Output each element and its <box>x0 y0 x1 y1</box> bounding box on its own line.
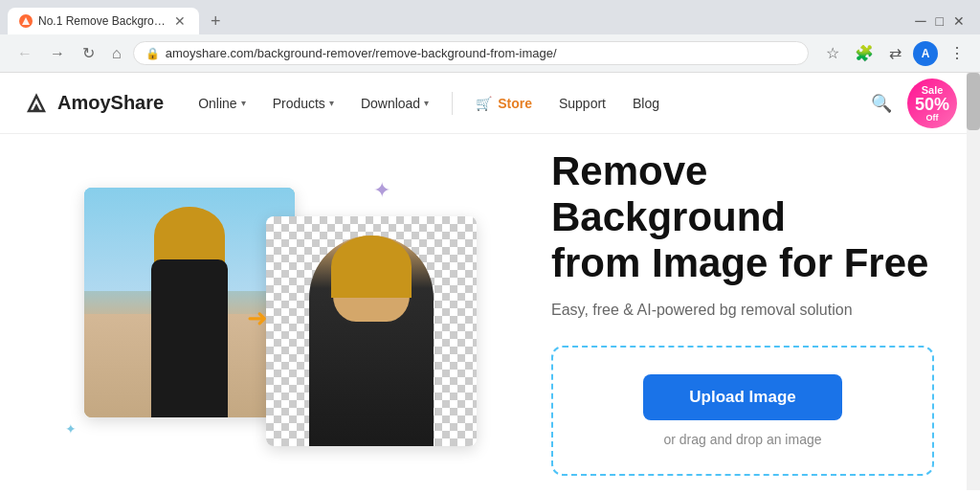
profile-sync-button[interactable]: ⇄ <box>885 40 905 66</box>
profile-button[interactable]: A <box>913 41 938 66</box>
nav-menu: Online ▾ Products ▾ Download ▾ 🛒 Store S… <box>187 88 856 119</box>
reload-button[interactable]: ↻ <box>77 40 100 66</box>
cart-icon: 🛒 <box>476 96 492 111</box>
logo-text: AmoyShare <box>57 92 164 114</box>
menu-button[interactable]: ⋮ <box>946 40 969 66</box>
sale-text: Sale <box>922 84 944 96</box>
bookmark-star-button[interactable]: ☆ <box>822 40 843 66</box>
subheadline: Easy, free & AI-powered bg removal solut… <box>551 302 934 319</box>
upload-drop-zone[interactable]: Upload Image or drag and drop an image <box>551 346 934 476</box>
sale-badge[interactable]: Sale 50% Off <box>907 79 957 128</box>
back-button[interactable]: ← <box>11 41 38 66</box>
svg-marker-0 <box>22 17 30 25</box>
sparkle-top-icon: ✦ <box>373 178 390 203</box>
products-chevron-icon: ▾ <box>329 98 334 108</box>
address-bar[interactable]: 🔒 amoyshare.com/background-remover/remov… <box>133 41 809 65</box>
address-text: amoyshare.com/background-remover/remove-… <box>166 46 796 60</box>
nav-support[interactable]: Support <box>547 88 617 119</box>
main-content: ✦ ➜ ✦ Remove Background from Ima <box>0 134 980 490</box>
minimize-button[interactable]: ─ <box>915 12 925 30</box>
scrollbar[interactable] <box>967 73 980 490</box>
sale-percent: 50% <box>915 96 949 113</box>
tab-title: No.1 Remove Background from... <box>38 14 167 28</box>
forward-button[interactable]: → <box>44 41 71 66</box>
home-button[interactable]: ⌂ <box>106 41 127 66</box>
sparkle-bottom-icon: ✦ <box>65 421 77 437</box>
nav-store[interactable]: 🛒 Store <box>464 88 544 119</box>
demo-area: ✦ ➜ ✦ <box>46 168 505 456</box>
headline: Remove Background from Image for Free <box>551 148 934 287</box>
online-chevron-icon: ▾ <box>241 98 246 108</box>
website: AmoyShare Online ▾ Products ▾ Download ▾… <box>0 73 980 490</box>
drag-hint: or drag and drop an image <box>664 432 822 447</box>
close-window-button[interactable]: ✕ <box>953 13 965 29</box>
checker-background <box>266 216 477 446</box>
browser-chrome: No.1 Remove Background from... ✕ + ─ □ ✕… <box>0 0 980 73</box>
cta-area: Remove Background from Image for Free Ea… <box>551 148 934 477</box>
logo-icon <box>23 90 50 117</box>
new-tab-button[interactable]: + <box>203 10 229 34</box>
nav-download[interactable]: Download ▾ <box>349 88 440 119</box>
download-chevron-icon: ▾ <box>424 98 429 108</box>
sale-off: Off <box>926 113 939 123</box>
person-cutout <box>309 236 434 446</box>
nav-products[interactable]: Products ▾ <box>261 88 345 119</box>
logo[interactable]: AmoyShare <box>23 90 164 117</box>
tab-close-button[interactable]: ✕ <box>172 13 188 29</box>
browser-actions: ☆ 🧩 ⇄ A ⋮ <box>822 40 969 66</box>
search-button[interactable]: 🔍 <box>863 85 900 122</box>
maximize-button[interactable]: □ <box>936 13 944 29</box>
active-tab[interactable]: No.1 Remove Background from... ✕ <box>8 8 199 34</box>
navbar: AmoyShare Online ▾ Products ▾ Download ▾… <box>0 73 980 134</box>
browser-controls: ← → ↻ ⌂ 🔒 amoyshare.com/background-remov… <box>0 34 980 72</box>
tab-bar: No.1 Remove Background from... ✕ + ─ □ ✕ <box>0 0 980 34</box>
nav-divider <box>452 92 453 115</box>
transform-arrow-icon: ➜ <box>247 303 268 333</box>
upload-image-button[interactable]: Upload Image <box>643 374 841 420</box>
extension-button[interactable]: 🧩 <box>851 40 878 66</box>
tab-favicon <box>19 14 33 28</box>
nav-online[interactable]: Online ▾ <box>187 88 256 119</box>
svg-marker-2 <box>33 103 40 111</box>
search-icon: 🔍 <box>871 94 892 113</box>
nav-blog[interactable]: Blog <box>621 88 671 119</box>
after-image <box>266 216 477 446</box>
lock-icon: 🔒 <box>145 47 160 60</box>
scrollbar-thumb[interactable] <box>967 73 980 130</box>
